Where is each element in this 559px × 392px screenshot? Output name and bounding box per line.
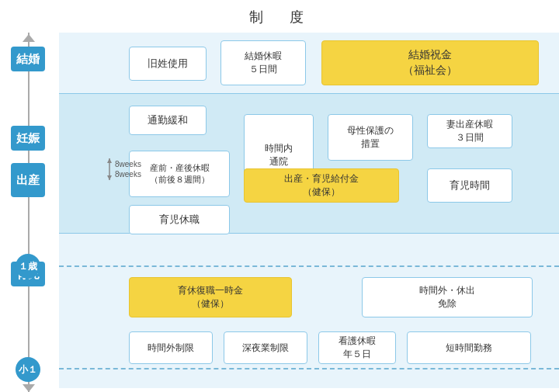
card-kangokyu: 看護休暇 年５日: [318, 331, 396, 364]
svg-marker-2: [107, 175, 112, 180]
label-ninshin: 妊娠: [11, 126, 45, 151]
label-kekkon: 結婚: [11, 47, 45, 71]
timeline-arrow-up: [23, 34, 35, 42]
card-kyusei: 旧姓使用: [129, 47, 207, 81]
card-tanjikin: 短時間勤務: [407, 331, 531, 364]
main-container: 制 度 結婚 妊娠 出産 育児 １歳 小１: [0, 0, 559, 392]
card-shinyagyo: 深夜業制限: [224, 331, 307, 364]
dashed-line-issai: [59, 265, 559, 267]
marker-shou1: 小１: [16, 357, 40, 382]
weeks-annotation: 8weeks 8weeks: [106, 158, 141, 180]
card-kekkoniwaikin: 結婚祝金 （福祉会）: [321, 40, 539, 85]
dashed-line-shou1: [59, 368, 559, 369]
card-tsumasankyuka: 妻出産休暇 ３日間: [427, 114, 512, 148]
header-title: 制 度: [0, 0, 559, 33]
card-sanzenmatsugowks: 産前・産後休暇 （前後８週間）: [129, 151, 230, 197]
right-content: 旧姓使用 結婚休暇 ５日間 結婚祝金 （福祉会） 通勤緩和: [59, 33, 559, 392]
card-kekkonkyuka: 結婚休暇 ５日間: [220, 40, 306, 85]
timeline-line: [28, 33, 30, 392]
card-jikangaikishutsu: 時間外・休出 免除: [362, 277, 533, 317]
card-jikangaiseigen: 時間外制限: [129, 331, 213, 364]
divider-kekkon-ninshin: [59, 93, 559, 94]
card-tsukinkawa: 通勤緩和: [129, 106, 207, 135]
label-shussan: 出産: [11, 163, 45, 197]
svg-marker-1: [107, 158, 112, 163]
content-area: 結婚 妊娠 出産 育児 １歳 小１ 旧姓使用: [0, 33, 559, 392]
card-ikujijikan: 育児時間: [427, 168, 512, 203]
card-ikujikyuka: 育児休職: [129, 205, 230, 234]
card-boseihogo: 母性保護の 措置: [328, 114, 413, 161]
marker-issai: １歳: [16, 254, 40, 279]
left-sidebar: 結婚 妊娠 出産 育児 １歳 小１: [0, 33, 59, 392]
card-shussankyufukin: 出産・育児給付金 （健保）: [244, 168, 399, 203]
card-ikukifukkoku: 育休復職一時金 （健保）: [129, 277, 292, 317]
arrow-up-icon: [106, 158, 113, 180]
timeline-arrow-down: [23, 384, 35, 392]
